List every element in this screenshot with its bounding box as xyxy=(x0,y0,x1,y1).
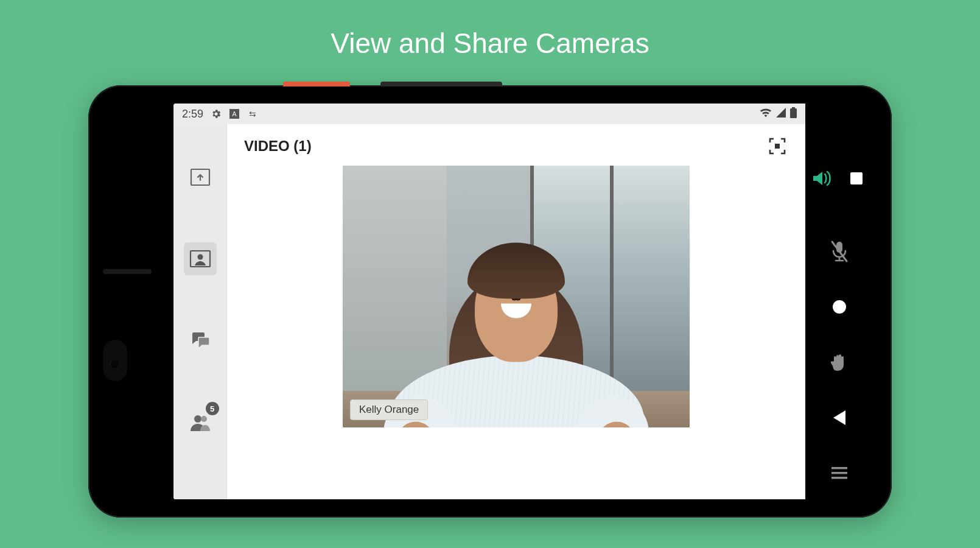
status-bar: 2:59 A ⇆ xyxy=(173,104,805,124)
speaker-button[interactable] xyxy=(808,164,836,192)
svg-rect-12 xyxy=(831,467,847,469)
sidebar: 5 xyxy=(173,124,227,499)
main-panel: VIDEO (1) xyxy=(227,124,805,499)
video-stage: Kelly Orange xyxy=(244,166,788,427)
video-section-title: VIDEO (1) xyxy=(244,138,312,155)
app-body: 5 VIDEO (1) xyxy=(173,124,805,499)
fullscreen-icon xyxy=(768,137,786,155)
device-control-rail xyxy=(805,104,873,499)
fullscreen-button[interactable] xyxy=(766,135,788,157)
status-time: 2:59 xyxy=(182,108,203,121)
participant-name-tag: Kelly Orange xyxy=(350,399,428,420)
signal-icon xyxy=(775,108,786,121)
video-user-icon xyxy=(189,250,211,268)
sidebar-item-share[interactable] xyxy=(184,161,217,194)
phone-frame: 2:59 A ⇆ xyxy=(88,85,892,518)
nav-home-button[interactable] xyxy=(825,293,853,321)
sidebar-item-participants[interactable]: 5 xyxy=(184,406,217,438)
mic-muted-icon xyxy=(829,240,850,263)
svg-rect-14 xyxy=(831,477,847,479)
mic-mute-button[interactable] xyxy=(825,237,853,265)
svg-point-8 xyxy=(201,416,207,422)
settings-icon xyxy=(211,108,222,119)
nav-circle-icon xyxy=(833,300,846,314)
raise-hand-button[interactable] xyxy=(825,348,853,376)
page-title: View and Share Cameras xyxy=(0,0,980,60)
battery-icon xyxy=(790,107,797,121)
participants-badge: 5 xyxy=(206,402,219,415)
sidebar-item-video[interactable] xyxy=(184,242,217,275)
svg-text:A: A xyxy=(232,110,237,118)
phone-power-button xyxy=(283,82,350,86)
nav-back-button[interactable] xyxy=(825,404,853,432)
phone-speaker xyxy=(103,269,152,274)
share-screen-icon xyxy=(190,168,211,186)
speaker-icon xyxy=(811,169,833,188)
video-tile[interactable]: Kelly Orange xyxy=(343,166,690,427)
svg-point-7 xyxy=(194,415,201,423)
phone-screen: 2:59 A ⇆ xyxy=(173,104,873,499)
svg-rect-3 xyxy=(792,107,795,108)
wifi-icon xyxy=(760,108,772,121)
participants-icon xyxy=(189,413,211,431)
chat-icon xyxy=(190,331,211,350)
participant-avatar xyxy=(388,197,644,427)
sync-icon: ⇆ xyxy=(247,108,258,119)
nav-square-icon xyxy=(850,172,863,184)
svg-rect-2 xyxy=(790,108,797,118)
raise-hand-icon xyxy=(829,353,850,372)
phone-front-camera xyxy=(110,359,120,369)
svg-rect-9 xyxy=(775,144,780,149)
nav-menu-icon xyxy=(831,467,847,479)
svg-point-6 xyxy=(197,255,203,260)
nav-menu-button[interactable] xyxy=(825,459,853,487)
font-box-icon: A xyxy=(229,108,240,119)
svg-rect-13 xyxy=(831,472,847,474)
phone-volume-button xyxy=(380,82,502,86)
nav-back-icon xyxy=(833,410,845,425)
main-header: VIDEO (1) xyxy=(244,135,788,157)
sidebar-item-chat[interactable] xyxy=(184,324,217,357)
nav-recents-button[interactable] xyxy=(842,164,870,192)
app-area: 2:59 A ⇆ xyxy=(173,104,805,499)
